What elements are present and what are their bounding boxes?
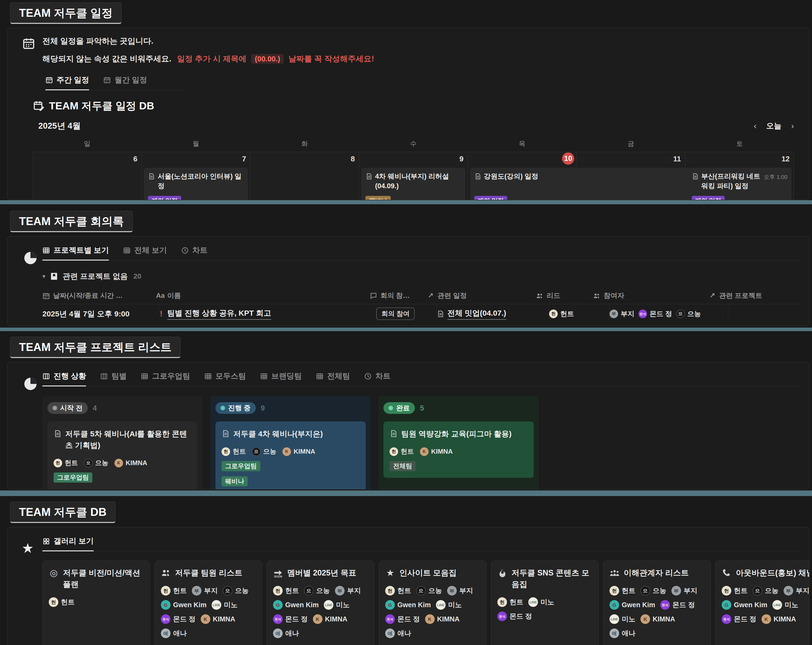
- column-header-4[interactable]: ↗관련 일정: [427, 291, 536, 300]
- tab-차트[interactable]: 차트: [181, 245, 208, 261]
- column-header-6[interactable]: 참여자: [593, 291, 708, 300]
- card-title: 저두클 5차 웨비나(AI를 활용한 콘텐츠 기획법): [65, 428, 192, 451]
- meeting-notes-title[interactable]: TEAM 저두클 회의록: [10, 211, 133, 232]
- tab-브랜딩팀[interactable]: 브랜딩팀: [260, 371, 302, 386]
- person-name: 으농: [263, 447, 276, 456]
- person-chip: 원석몬드 정: [660, 600, 695, 610]
- calendar-event[interactable]: 서울(노션코리아 인터뷰) 일정개인 일정: [144, 168, 248, 200]
- person-chip: 부부지: [784, 586, 809, 596]
- schedule-db-title-row[interactable]: TEAM 저두클 일정 DB: [33, 99, 809, 113]
- card-title: 인사이트 모음집: [399, 567, 457, 579]
- kanban-card[interactable]: 팀원 역량강화 교육(피그마 활용)헌헌트KKIMNA전체팀: [383, 421, 534, 478]
- join-meeting-button[interactable]: 회의 참여: [376, 308, 415, 320]
- gallery-card[interactable]: ◎저두클 비전/미션/액션 플랜헌헌트: [43, 561, 150, 645]
- person-chip: 헌헌트: [609, 586, 635, 596]
- person-chip: KKIMNA: [114, 459, 147, 467]
- people-icon: [536, 292, 543, 300]
- tag: 그로우업팀: [53, 473, 92, 483]
- calendar-cell[interactable]: 12부산(프리워킹 네트워킹 파티) 일정오후 1:00개인 일정: [685, 152, 794, 200]
- prev-month-button[interactable]: ‹: [754, 120, 756, 132]
- avatar: G: [273, 600, 283, 610]
- column-header-7[interactable]: ↗관련 프로젝트: [708, 291, 805, 300]
- calendar-event[interactable]: 부산(프리워킹 네트워킹 파티) 일정오후 1:00개인 일정: [688, 168, 791, 200]
- tab-모두스팀[interactable]: 모두스팀: [204, 371, 246, 386]
- group-label: 관련 프로젝트 없음: [63, 271, 128, 282]
- related-schedule-link[interactable]: 전체 밋업(04.07.): [447, 308, 506, 320]
- kanban-card[interactable]: 저두클 5차 웨비나(AI를 활용한 콘텐츠 기획법)헌헌트으으농KKIMNA그…: [47, 421, 198, 489]
- tab-주간 일정[interactable]: 주간 일정: [46, 75, 89, 90]
- group-count: 20: [133, 271, 141, 281]
- person-name: 몬드 정: [397, 615, 420, 624]
- tab-갤러리 보기[interactable]: 갤러리 보기: [43, 536, 94, 551]
- person-name: 미노: [224, 600, 238, 610]
- column-header-2[interactable]: Aa이름: [157, 291, 370, 300]
- today-button[interactable]: 오늘: [766, 121, 781, 131]
- tab-차트[interactable]: 차트: [364, 371, 391, 386]
- calendar-cell[interactable]: 94차 웨비나(부지) 리허설 (04.09.)웨비나: [359, 152, 468, 200]
- weekday-label: 일: [33, 139, 142, 148]
- team-db-title[interactable]: TEAM 저두클 DB: [10, 502, 116, 523]
- tab-팀별[interactable]: 팀별: [100, 371, 127, 386]
- status-pill[interactable]: 진행 중: [215, 402, 256, 414]
- tab-진행 상황[interactable]: 진행 상황: [43, 371, 86, 386]
- people-icon: [161, 568, 171, 578]
- kanban-card[interactable]: 저두클 4차 웨비나(부지은)헌헌트으으농KKIMNA그로우업팀웨비나: [215, 421, 366, 489]
- gallery-card[interactable]: 저두클 팀원 리스트헌헌트부부지으으농GGwen KimLINE미노원석몬드 정…: [154, 561, 262, 645]
- kanban-column-진행 중: 진행 중9저두클 4차 웨비나(부지은)헌헌트으으농KKIMNA그로우업팀웨비나: [211, 396, 371, 490]
- gallery-card[interactable]: 아웃바운드(홍보) 채널헌헌트으으농부부지GGwen KimLINE미노원석몬드…: [715, 561, 809, 645]
- calendar-cell[interactable]: 6: [33, 152, 142, 200]
- cell-related-schedule[interactable]: 전체 밋업(04.07.): [437, 304, 549, 323]
- card-title: 팀원 역량강화 교육(피그마 활용): [401, 428, 511, 439]
- tab-label: 전체팀: [327, 371, 350, 381]
- table-icon: [123, 247, 131, 254]
- column-header-1[interactable]: 날짜(시작/종료 시간 …: [43, 291, 157, 300]
- tab-그로우업팀[interactable]: 그로우업팀: [141, 371, 190, 386]
- status-pill[interactable]: 시작 전: [47, 402, 88, 414]
- column-header-3[interactable]: 회의 참…: [370, 291, 427, 300]
- cell-name[interactable]: !팀별 진행 상황 공유, KPT 회고: [160, 304, 376, 323]
- group-header[interactable]: ▾ 관련 프로젝트 없음 20: [43, 271, 801, 282]
- column-header-5[interactable]: 리드: [536, 291, 593, 300]
- person-chip: KKIMNA: [641, 614, 675, 624]
- calendar-cell[interactable]: 7서울(노션코리아 인터뷰) 일정개인 일정: [142, 152, 250, 200]
- person-chip: 헌헌트: [385, 586, 411, 596]
- tab-label: 전체 보기: [134, 245, 167, 256]
- gallery-card[interactable]: 저두클 SNS 콘텐츠 모음집헌헌트LINE미노원석몬드 정: [491, 561, 598, 645]
- next-month-button[interactable]: ›: [791, 120, 794, 132]
- status-label: 완료: [396, 403, 410, 413]
- meeting-table-row[interactable]: 2025년 4월 7일 오후 9:00!팀별 진행 상황 공유, KPT 회고회…: [43, 304, 801, 323]
- column-label: 참여자: [604, 291, 624, 300]
- person-name: 으농: [653, 586, 666, 595]
- person-name: 몬드 정: [510, 612, 532, 621]
- aa-icon: Aa: [157, 292, 164, 300]
- gallery-card[interactable]: SOON멤버별 2025년 목표헌헌트으으농부부지GGwen KimLINE미노…: [267, 561, 374, 645]
- avatar: 부: [609, 310, 618, 318]
- calendar-event[interactable]: 강원도(강의) 일정개인 일정: [470, 168, 691, 200]
- tab-전체팀[interactable]: 전체팀: [316, 371, 350, 386]
- tab-label: 팀별: [111, 371, 127, 381]
- calendar-cell[interactable]: 8: [250, 152, 359, 200]
- person-name: 헌트: [173, 586, 187, 595]
- status-dot-icon: [220, 406, 225, 410]
- meeting-table-header: 날짜(시작/종료 시간 …Aa이름회의 참…↗관련 일정리드참여자↗관련 프로젝…: [43, 291, 801, 304]
- calendar-event[interactable]: 4차 웨비나(부지) 리허설 (04.09.)웨비나: [361, 168, 465, 200]
- calendar-cell[interactable]: 10강원도(강의) 일정개인 일정: [468, 152, 577, 200]
- person-name: KIMNA: [126, 459, 147, 467]
- gallery-card[interactable]: ★인사이트 모음집헌헌트으으농부부지GGwen KimLINE미노원석몬드 정K…: [379, 561, 487, 645]
- project-list-title[interactable]: TEAM 저두클 프로젝트 리스트: [10, 337, 180, 358]
- cell-date[interactable]: 2025년 4월 7일 오후 9:00: [43, 304, 160, 323]
- person-chip: 애애나: [385, 628, 411, 638]
- tab-전체 보기[interactable]: 전체 보기: [123, 245, 167, 261]
- tab-프로젝트별 보기[interactable]: 프로젝트별 보기: [43, 245, 109, 261]
- person-chip: 원석몬드 정: [722, 614, 756, 624]
- day-number: 10: [562, 152, 574, 165]
- schedule-title[interactable]: TEAM 저두클 일정: [10, 3, 122, 24]
- gallery-card[interactable]: 이해관계자 리스트헌헌트으으농부부지GGwen Kim원석몬드 정LINE미노K…: [603, 561, 711, 645]
- tab-월간 일정[interactable]: 월간 일정: [103, 75, 147, 90]
- person-name: 미노: [336, 600, 350, 610]
- meeting-name-link[interactable]: 팀별 진행 상황 공유, KPT 회고: [167, 308, 271, 320]
- collapse-triangle-icon[interactable]: ▾: [43, 272, 46, 281]
- weekday-label: 금: [577, 139, 685, 148]
- status-pill[interactable]: 완료: [383, 402, 415, 414]
- person-chip: 헌헌트: [722, 586, 748, 596]
